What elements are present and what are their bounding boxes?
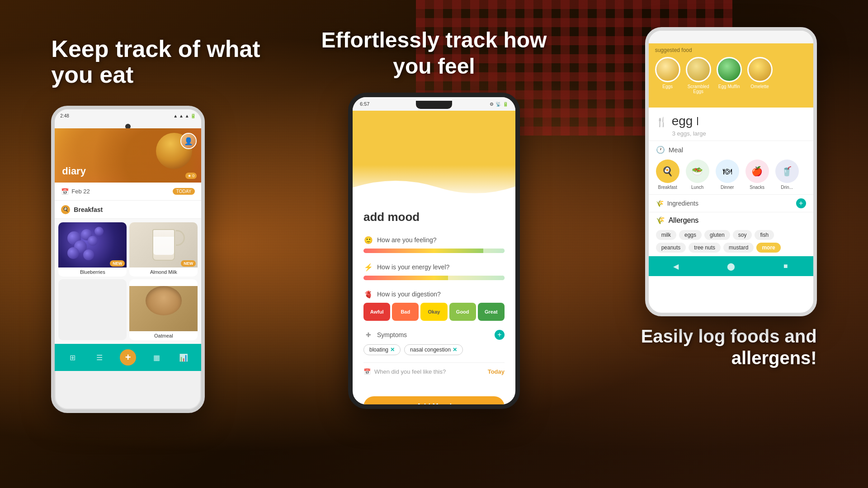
ingredients-label: Ingredients [667, 200, 698, 207]
today-badge: TODAY [173, 188, 195, 195]
left-panel: Keep track of what you eat 2:48 ▲ ▲ ▲ 🔋 … [51, 18, 268, 470]
nasal-remove[interactable]: ✕ [453, 347, 457, 353]
meal-section: 🕐 Meal 🍳 Breakfast 🥗 Lunch � [649, 141, 813, 194]
food-item-empty [58, 279, 127, 340]
dinner-meal-label: Dinner [721, 185, 734, 190]
meal-title: Meal [669, 146, 684, 154]
digestion-good[interactable]: Good [449, 303, 476, 321]
symptom-bloating[interactable]: bloating ✕ [363, 344, 401, 355]
dinner-circle: 🍽 [716, 160, 739, 183]
food-description: 3 eggs, large [656, 130, 806, 137]
feeling-bar-empty [483, 249, 505, 253]
mood-hero [353, 111, 515, 201]
symptom-nasal-congestion[interactable]: nasal congestion ✕ [404, 344, 463, 355]
right-panel: suggested food Eggs ScrambledEggs Egg [600, 18, 817, 470]
wheat-icon: 🌾 [656, 200, 664, 207]
sug-food-eggs[interactable]: Eggs [655, 57, 680, 94]
allergen-soy[interactable]: soy [733, 230, 752, 240]
suggested-label: suggested food [655, 47, 807, 53]
food-search-input[interactable]: egg [672, 114, 693, 128]
phone-right: suggested food Eggs ScrambledEggs Egg [645, 27, 817, 316]
digestion-section: 🫀 How is your digestion? Awful Bad Okay … [363, 289, 505, 321]
phone-notch [416, 101, 452, 109]
breakfast-header: 🍳 Breakfast [55, 201, 201, 219]
meal-lunch[interactable]: 🥗 Lunch [686, 160, 709, 190]
blueberries-name: Blueberries [58, 267, 127, 277]
meal-dinner[interactable]: 🍽 Dinner [716, 160, 739, 190]
digestion-question: 🫀 How is your digestion? [363, 289, 505, 299]
meal-options: 🍳 Breakfast 🥗 Lunch 🍽 Dinner 🍎 [656, 160, 806, 190]
digestion-okay[interactable]: Okay [420, 303, 447, 321]
symptoms-section: ✚ Symptoms + bloating ✕ nasal congestion… [363, 330, 505, 355]
muffin-label: Egg Muffin [718, 84, 740, 89]
center-status-icons: ⚙📡🔋 [490, 102, 508, 107]
phone-center: 6:57 ⚙📡🔋 add mood 🙂 How are you fe [348, 93, 520, 409]
when-label: 📅 When did you feel like this? [363, 368, 446, 375]
almond-milk-new-badge: NEW [181, 260, 196, 267]
suggested-foods-row: Eggs ScrambledEggs Egg Muffin Omele [655, 57, 807, 94]
diary-date-bar: 📅 Feb 22 TODAY [55, 183, 201, 201]
bloating-remove[interactable]: ✕ [390, 347, 395, 353]
fork-icon: 🍴 [656, 117, 667, 127]
breakfast-icon: 🍳 [61, 205, 70, 214]
sug-food-omelette[interactable]: Omelette [747, 57, 773, 94]
center-headline: Effortlessly track how you feel [316, 27, 552, 79]
nav-grid-icon[interactable]: ⊞ [66, 351, 79, 364]
allergen-eggs[interactable]: eggs [679, 230, 702, 240]
digestion-awful[interactable]: Awful [363, 303, 390, 321]
mood-content: add mood 🙂 How are you feeling? ⚡ Ho [353, 201, 515, 391]
food-search-row: 🍴 egg [656, 114, 806, 128]
nav-chart-icon[interactable]: 📊 [177, 351, 190, 364]
breakfast-label: Breakfast [74, 206, 103, 213]
blueberries-new-badge: NEW [110, 260, 125, 267]
allergen-fish[interactable]: fish [755, 230, 774, 240]
scrambled-image [686, 57, 711, 82]
feeling-bar[interactable] [363, 249, 505, 253]
nav-recent-icon[interactable]: ■ [781, 262, 790, 271]
food-item-blueberries[interactable]: Blueberries NEW [58, 222, 127, 277]
feeling-question: 🙂 How are you feeling? [363, 235, 505, 245]
meal-snacks[interactable]: 🍎 Snacks [745, 160, 769, 190]
nav-home-icon[interactable]: ⬤ [726, 262, 736, 271]
food-item-oatmeal[interactable]: Oatmeal [129, 279, 198, 340]
drink-circle: 🥤 [775, 160, 799, 183]
main-layout: Keep track of what you eat 2:48 ▲ ▲ ▲ 🔋 … [0, 0, 868, 488]
eggs-label: Eggs [662, 84, 673, 89]
allergen-peanuts[interactable]: peanuts [656, 243, 686, 253]
diary-date: Feb 22 [71, 188, 90, 195]
lunch-meal-label: Lunch [691, 185, 703, 190]
mood-title: add mood [363, 210, 505, 224]
add-mood-button[interactable]: Add Mood [363, 396, 505, 409]
nav-back-icon[interactable]: ◀ [671, 262, 680, 271]
energy-bar[interactable] [363, 276, 505, 280]
muffin-image [717, 57, 742, 82]
digestion-great[interactable]: Great [478, 303, 505, 321]
digestion-bad[interactable]: Bad [392, 303, 419, 321]
allergen-tree-nuts[interactable]: tree nuts [689, 243, 721, 253]
allergens-more[interactable]: more [756, 243, 780, 253]
bandage-icon: ✚ [363, 330, 373, 340]
allergen-mustard[interactable]: mustard [723, 243, 754, 253]
ingredients-add-button[interactable]: + [796, 198, 806, 208]
nav-add-button[interactable]: + [120, 349, 136, 366]
calendar2-icon: 📅 [363, 368, 371, 375]
allergen-gluten[interactable]: gluten [704, 230, 730, 240]
symptoms-add-button[interactable]: + [495, 330, 505, 340]
diary-star-badge: ★ 0 [185, 173, 197, 179]
mood-wave [353, 174, 520, 201]
suggested-header: suggested food Eggs ScrambledEggs Egg [649, 43, 813, 108]
sug-food-scrambled[interactable]: ScrambledEggs [686, 57, 711, 94]
nav-calendar-icon[interactable]: ▦ [150, 351, 163, 364]
food-item-almond-milk[interactable]: Almond Milk NEW [129, 222, 198, 277]
right-status-bar [649, 31, 813, 43]
breakfast-meal-label: Breakfast [658, 185, 677, 190]
ingredients-section: 🌾 Ingredients + [649, 194, 813, 212]
snacks-circle: 🍎 [745, 160, 769, 183]
allergens-label: Allergens [669, 216, 699, 225]
meal-breakfast[interactable]: 🍳 Breakfast [656, 160, 679, 190]
sug-food-muffin[interactable]: Egg Muffin [717, 57, 742, 94]
allergen-milk[interactable]: milk [656, 230, 676, 240]
meal-drink[interactable]: 🥤 Drin... [775, 160, 799, 190]
phone-left: 2:48 ▲ ▲ ▲ 🔋 diary 👤 ★ 0 [51, 106, 205, 413]
nav-bookmark-icon[interactable]: ☰ [93, 351, 106, 364]
